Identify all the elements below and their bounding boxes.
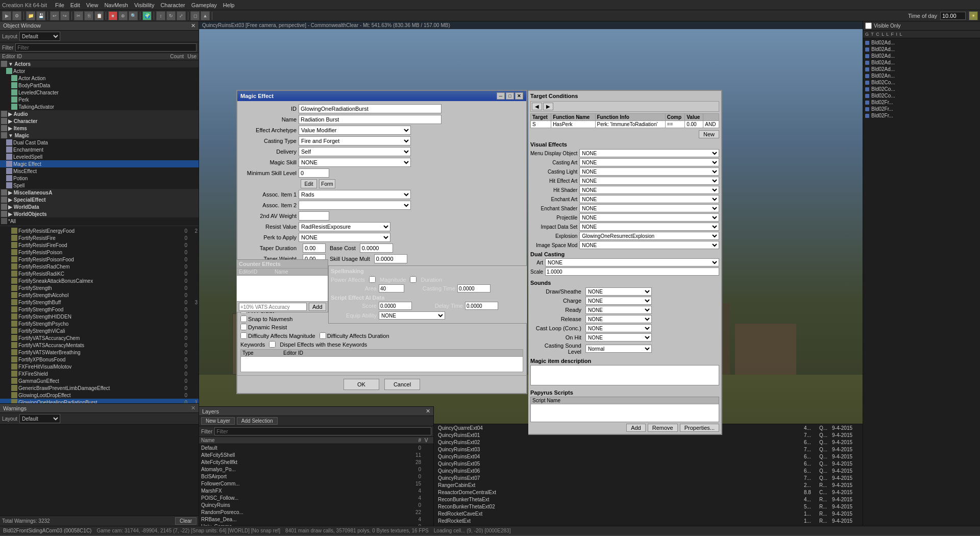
menu-navmesh[interactable]: NavMesh [104, 2, 128, 8]
tree-cat-character[interactable]: ▶ Character [0, 117, 199, 125]
layer-row[interactable]: RRBase_Dea...4 [199, 516, 433, 523]
tc-prev-btn[interactable]: ◀ [532, 103, 542, 110]
tree-item-dual-cast[interactable]: Dual Cast Data [0, 139, 199, 146]
cell-item[interactable]: Bld02Co... [864, 86, 979, 92]
visible-only-checkbox[interactable] [865, 22, 872, 29]
med-magic-skill-select[interactable]: NONE [299, 158, 411, 167]
menu-edit[interactable]: Edit [70, 2, 80, 8]
cell-item[interactable]: Bld02Ad... [864, 53, 979, 59]
tree-cat-audio[interactable]: ▶ Audio [0, 110, 199, 117]
toolbar-icon-scale[interactable]: ⤢ [177, 11, 186, 20]
tree-cat-misc[interactable]: ▶ MiscellaneousA [0, 189, 199, 196]
tree-effect-item[interactable]: FortifyVATSWaterBreathing 0 [0, 349, 199, 356]
world-object-row[interactable]: QuincyRuinsExt066...Q...9-4-2015 [434, 467, 863, 474]
dc-scale-input[interactable] [545, 267, 719, 276]
snd-draw-select[interactable]: NONE [585, 287, 652, 296]
tree-effect-item[interactable]: FortifyStrengthViCali 0 [0, 327, 199, 334]
tree-effect-item[interactable]: FortifyVATSAccuracyMentats 0 [0, 342, 199, 349]
cell-item[interactable]: Bld02Fr... [864, 112, 979, 119]
ve-explosion-select[interactable]: GlowingOneResurrectExplosion [579, 232, 719, 240]
ve-casting-art-select[interactable]: NONE [579, 158, 719, 166]
cell-item[interactable]: Bld02Ad... [864, 46, 979, 53]
med-casting-type-select[interactable]: Fire and Forget [299, 136, 411, 145]
tree-item-potion[interactable]: Potion [0, 175, 199, 182]
snd-release-select[interactable]: NONE [585, 315, 652, 323]
ve-menu-display-select[interactable]: NONE [579, 149, 719, 157]
tree-effect-item[interactable]: FortifyResistFire 0 [0, 234, 199, 241]
world-object-row[interactable]: QuincyRuinsExt046...Q...9-4-2015 [434, 453, 863, 460]
tree-cat-worldobj[interactable]: ▶ WorldObjects [0, 210, 199, 217]
tree-item-actor[interactable]: Actor [0, 67, 199, 75]
cell-item[interactable]: Bld02An... [864, 72, 979, 79]
layer-row[interactable]: RandomPosreco...22 [199, 508, 433, 516]
world-object-row[interactable]: RangerCabinExt2...R...9-4-2015 [434, 481, 863, 489]
med-delivery-select[interactable]: Self [299, 147, 411, 156]
tree-effect-item[interactable]: FortifyStrengthAlcohol 0 [0, 291, 199, 299]
filter-input[interactable] [15, 43, 197, 52]
toolbar-icon-select[interactable]: ◻ [190, 11, 200, 20]
snd-casting-sound-select[interactable]: Normal [585, 345, 652, 353]
warnings-clear-btn[interactable]: Clear [175, 517, 197, 525]
tree-effect-item[interactable]: FortifyXPBonusFood 0 [0, 356, 199, 363]
world-object-row[interactable]: RedRocketCaveExt1...R...9-4-2015 [434, 510, 863, 517]
tree-item-leveled-char[interactable]: LeveledCharacter [0, 89, 199, 96]
tree-effect-item[interactable]: FortifyResistPoisonFood 0 [0, 256, 199, 263]
ve-impact-data-select[interactable]: NONE [579, 223, 719, 231]
med-maximize[interactable]: □ [506, 92, 514, 100]
cell-item[interactable]: Bld02Co... [864, 92, 979, 99]
layer-row[interactable]: POISC_Follow...4 [199, 494, 433, 501]
tree-effect-item[interactable]: FortifySneakAttackBonusCalmex 0 [0, 277, 199, 284]
warnings-layout-select[interactable]: Default [19, 414, 60, 423]
ce-add-btn[interactable]: Add [309, 303, 326, 311]
tree-item-misc-effect[interactable]: MiscEffect [0, 167, 199, 175]
tree-effect-item[interactable]: FortifyStrengthPsycho 0 [0, 320, 199, 327]
toolbar-icon-2[interactable]: ⚙ [12, 11, 21, 20]
tree-effect-item[interactable]: GammaGunEffect 0 [0, 377, 199, 384]
med-resist-select[interactable]: RadResistExposure [299, 222, 390, 231]
med-assoc1-select[interactable]: Rads [299, 190, 411, 199]
tc-new-btn[interactable]: New [699, 130, 719, 138]
toolbar-icon-rotate[interactable]: ↻ [166, 11, 176, 20]
toolbar-icon-move[interactable]: ↕ [156, 11, 165, 20]
layer-row[interactable]: FollowerComm...15 [199, 480, 433, 487]
world-object-row[interactable]: RedRocketExt1...R...9-4-2015 [434, 517, 863, 524]
tree-item-body-part[interactable]: BodyPartData [0, 82, 199, 89]
toolbar-icon-12[interactable]: 🔍 [129, 11, 138, 20]
tree-effect-item[interactable]: FortifyResistRadiKC 0 [0, 270, 199, 277]
tree-item-leveled-spell[interactable]: LeveledSpell [0, 153, 199, 160]
toolbar-icon-world[interactable]: 🌍 [142, 11, 152, 20]
ve-projectile-select[interactable]: NONE [579, 213, 719, 222]
med-av-weight-input[interactable] [299, 211, 329, 221]
menu-character[interactable]: Character [160, 2, 185, 8]
tree-item-magic-effect[interactable]: Magic Effect [0, 160, 199, 167]
world-object-row[interactable]: ReconBunkerThetaExt025...R...9-4-2015 [434, 503, 863, 510]
med-minimize[interactable]: ─ [497, 92, 505, 100]
world-object-row[interactable]: ReaactorDomeCentralExt8.8C...9-4-2015 [434, 489, 863, 496]
menu-view[interactable]: View [86, 2, 99, 8]
med-cancel-btn[interactable]: Cancel [384, 379, 420, 390]
duration-checkbox[interactable] [410, 276, 416, 283]
add-selection-btn[interactable]: Add Selection [237, 417, 278, 425]
world-object-row[interactable]: QuincyRuinsExt077...Q...9-4-2015 [434, 474, 863, 481]
tree-effect-item[interactable]: FXFireShield 0 [0, 370, 199, 377]
tree-effect-item[interactable]: FortifyResistPoison 0 [0, 249, 199, 256]
tree-item-all[interactable]: *All [0, 217, 199, 225]
toolbar-icon-8[interactable]: ⎘ [84, 11, 93, 20]
tree-effect-item[interactable]: FortifyResistFireFood 0 [0, 241, 199, 249]
ve-enchant-art-select[interactable]: NONE [579, 195, 719, 203]
cell-item[interactable]: Bld02Fr... [864, 99, 979, 106]
tree-cat-magic[interactable]: ▼ Magic [0, 132, 199, 139]
layout-select[interactable]: Default [19, 32, 60, 41]
med-ok-btn[interactable]: OK [344, 379, 379, 390]
tree-effect-item[interactable]: FortifyResistEnergyFood 0 2 [0, 227, 199, 234]
equip-ability-select[interactable]: NONE [379, 311, 445, 320]
med-min-skill-input[interactable] [299, 168, 329, 178]
med-form-btn[interactable]: Form [319, 179, 335, 188]
snd-ready-select[interactable]: NONE [585, 306, 652, 314]
menu-visibility[interactable]: Visibility [134, 2, 155, 8]
tree-item-enchant[interactable]: Enchantment [0, 146, 199, 153]
tree-item-spell[interactable]: Spell [0, 182, 199, 189]
papyrus-properties-btn[interactable]: Properties... [680, 424, 719, 432]
ve-casting-light-select[interactable]: NONE [579, 167, 719, 176]
toolbar-icon-7[interactable]: ✂ [74, 11, 83, 20]
